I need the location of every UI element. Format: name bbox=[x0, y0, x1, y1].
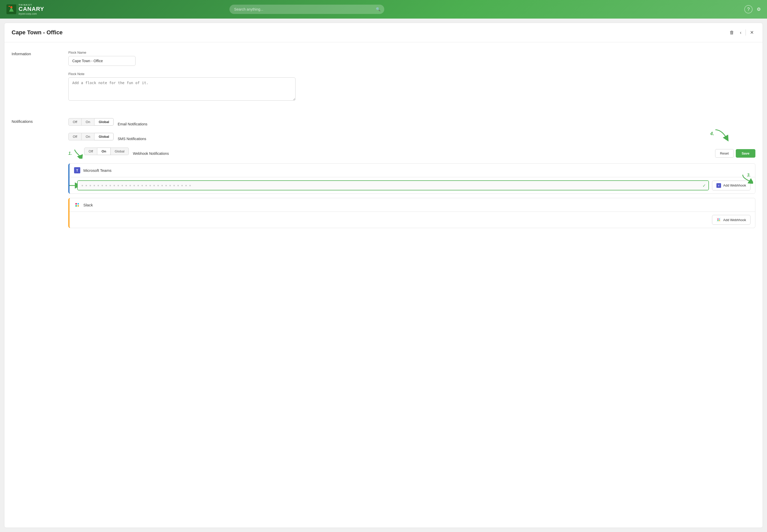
logo-canary-label: CANARY bbox=[19, 6, 44, 12]
main-container: Cape Town - Office 🗑 ‹ ✕ Information Flo… bbox=[4, 23, 763, 528]
sms-global-btn[interactable]: Global bbox=[94, 133, 113, 140]
flock-name-label: Flock Name bbox=[68, 51, 755, 54]
slack-webhook-section: Slack Add Webh bbox=[68, 198, 755, 228]
back-button[interactable]: ‹ bbox=[738, 29, 743, 36]
notifications-annotated: Off On Global Email Notifications Off On… bbox=[68, 118, 755, 228]
information-section: Information Flock Name Flock Note bbox=[12, 51, 755, 108]
svg-rect-3 bbox=[9, 6, 10, 7]
webhook-check-icon: ✓ bbox=[702, 183, 706, 188]
email-notifications-label: Email Notifications bbox=[118, 122, 147, 126]
email-global-btn[interactable]: Global bbox=[94, 118, 113, 126]
microsoft-teams-webhook-section: T Microsoft Teams 2. bbox=[68, 163, 755, 194]
svg-rect-13 bbox=[716, 217, 721, 222]
teams-add-webhook-label: Add Webhhook bbox=[723, 183, 746, 187]
svg-text:T: T bbox=[718, 184, 720, 187]
close-button[interactable]: ✕ bbox=[748, 29, 755, 36]
help-button[interactable]: ? bbox=[744, 5, 753, 13]
flock-note-textarea[interactable] bbox=[68, 77, 295, 101]
email-notifications-row: Off On Global Email Notifications bbox=[68, 118, 755, 130]
header: THINKST CANARY inyoni-corp.com 🔍 ? ⚙ bbox=[0, 0, 767, 19]
svg-point-9 bbox=[75, 203, 77, 205]
slack-webhook-footer: Add Webhhook bbox=[69, 212, 755, 228]
logo-area: THINKST CANARY inyoni-corp.com bbox=[6, 4, 47, 15]
webhook-toggle-area: 1. Off On bbox=[68, 148, 169, 159]
search-input[interactable] bbox=[229, 5, 384, 14]
flock-note-label: Flock Note bbox=[68, 72, 755, 76]
arrow-1-icon bbox=[73, 148, 84, 159]
teams-webhook-header: T Microsoft Teams bbox=[69, 164, 755, 177]
action-buttons: Reset Save bbox=[715, 149, 755, 158]
slack-add-icon bbox=[716, 217, 721, 222]
email-on-btn[interactable]: On bbox=[82, 118, 94, 126]
flock-name-input[interactable] bbox=[68, 56, 135, 66]
notifications-body: Off On Global Email Notifications Off On… bbox=[68, 118, 755, 232]
canary-logo-icon bbox=[6, 4, 17, 14]
teams-webhook-body: 2. bbox=[69, 177, 755, 194]
reset-button[interactable]: Reset bbox=[715, 149, 734, 158]
content-area: Information Flock Name Flock Note Notifi… bbox=[4, 42, 763, 251]
teams-add-icon: T bbox=[716, 183, 721, 188]
svg-point-17 bbox=[719, 220, 720, 221]
svg-point-15 bbox=[719, 219, 720, 220]
svg-point-2 bbox=[10, 6, 12, 8]
search-bar[interactable]: 🔍 bbox=[229, 5, 384, 14]
webhook-on-btn[interactable]: On bbox=[97, 148, 110, 155]
webhook-off-btn[interactable]: Off bbox=[84, 148, 97, 155]
webhook-global-btn[interactable]: Global bbox=[111, 148, 129, 155]
logo-text: THINKST CANARY inyoni-corp.com bbox=[19, 4, 44, 15]
webhook-toggle-group: Off On Global bbox=[84, 148, 129, 155]
page-title: Cape Town - Office bbox=[12, 29, 63, 36]
flock-note-field: Flock Note bbox=[68, 72, 755, 102]
settings-button[interactable]: ⚙ bbox=[757, 6, 761, 12]
slack-webhook-header: Slack bbox=[69, 198, 755, 212]
annotation-4-label: 4. bbox=[710, 131, 714, 136]
information-label: Information bbox=[12, 51, 58, 108]
svg-point-11 bbox=[75, 205, 77, 207]
flock-name-field: Flock Name bbox=[68, 51, 755, 66]
page-header-actions: 🗑 ‹ ✕ bbox=[728, 29, 755, 36]
svg-point-16 bbox=[717, 220, 719, 221]
search-icon: 🔍 bbox=[376, 7, 381, 12]
sms-toggle-group: Off On Global bbox=[68, 133, 114, 140]
teams-icon: T bbox=[74, 167, 80, 173]
annotation-3-area: 3. bbox=[712, 181, 750, 190]
logo-domain-label: inyoni-corp.com bbox=[19, 12, 44, 15]
sms-notifications-row: Off On Global SMS Notifications 4. bbox=[68, 133, 755, 144]
email-off-btn[interactable]: Off bbox=[68, 118, 82, 126]
page-header: Cape Town - Office 🗑 ‹ ✕ bbox=[4, 23, 763, 42]
save-button[interactable]: Save bbox=[736, 149, 755, 158]
slack-icon bbox=[74, 202, 80, 208]
slack-add-webhook-button[interactable]: Add Webhhook bbox=[712, 215, 750, 225]
slack-webhook-name: Slack bbox=[83, 203, 93, 207]
teams-webhook-name: Microsoft Teams bbox=[83, 168, 111, 173]
header-actions: ? ⚙ bbox=[744, 5, 761, 13]
information-body: Flock Name Flock Note bbox=[68, 51, 755, 108]
arrow-3-icon bbox=[738, 173, 753, 184]
svg-rect-8 bbox=[74, 202, 80, 208]
header-divider bbox=[746, 29, 746, 36]
webhook-notifications-label: Webhook Notifications bbox=[133, 151, 169, 156]
svg-point-12 bbox=[77, 205, 79, 207]
sms-notifications-label: SMS Notifications bbox=[118, 137, 146, 141]
slack-add-webhook-label: Add Webhhook bbox=[723, 218, 746, 222]
webhook-notifications-row: 1. Off On bbox=[68, 148, 755, 159]
sms-on-btn[interactable]: On bbox=[82, 133, 94, 140]
teams-webhook-input[interactable] bbox=[78, 181, 708, 190]
annotation-1-label: 1. bbox=[68, 151, 72, 156]
email-toggle-group: Off On Global bbox=[68, 118, 114, 126]
teams-webhook-input-wrap: ✓ bbox=[77, 180, 709, 190]
svg-point-14 bbox=[717, 219, 719, 220]
svg-point-10 bbox=[77, 203, 79, 205]
svg-text:T: T bbox=[76, 168, 78, 172]
notifications-label: Notifications bbox=[12, 118, 58, 232]
sms-off-btn[interactable]: Off bbox=[68, 133, 82, 140]
delete-button[interactable]: 🗑 bbox=[728, 29, 736, 36]
notifications-section: Notifications Off On Global Email Notifi… bbox=[12, 118, 755, 232]
arrow-4-icon bbox=[714, 128, 730, 141]
